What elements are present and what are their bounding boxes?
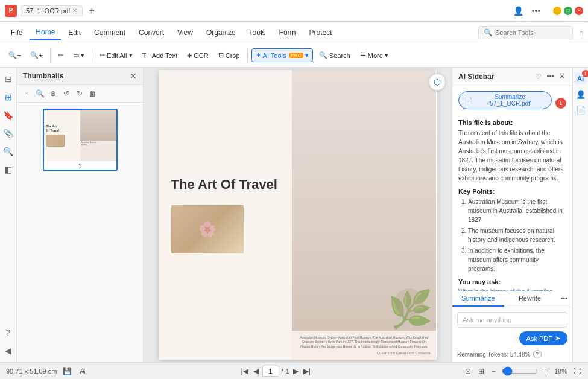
file-about-title: This file is about:: [458, 119, 566, 126]
page-number-input[interactable]: [262, 366, 279, 377]
key-points-list: Australian Museum is the first museum in…: [458, 197, 566, 273]
summarize-file-button-2[interactable]: 📄 Summarize '57_1_OCR.pdf': [458, 91, 552, 109]
token-help-icon[interactable]: ?: [533, 350, 542, 358]
select-dropdown-icon: ▾: [81, 51, 84, 59]
fit-page-icon[interactable]: ⊡: [464, 366, 472, 377]
fullscreen-icon[interactable]: ⛶: [572, 366, 582, 377]
select-icon: ▭: [73, 51, 79, 59]
ai-more-icon[interactable]: •••: [545, 71, 555, 82]
rail-layers-icon[interactable]: ◧: [2, 163, 15, 176]
zoom-slider[interactable]: [502, 366, 538, 376]
zoom-out-bottom-icon[interactable]: −: [490, 366, 497, 377]
rail-bookmark-icon[interactable]: 🔖: [2, 109, 15, 122]
doc-icon: 📄: [465, 97, 472, 104]
page-next-icon[interactable]: ▶: [292, 366, 300, 377]
pdf-viewer[interactable]: The Art Of Travel 🌸 🌿 Australian Museum,…: [144, 68, 452, 362]
pdf-image: 🌸: [171, 205, 244, 253]
page-floating-button[interactable]: ⬡: [429, 74, 446, 91]
zoom-in-button[interactable]: 🔍+: [27, 49, 46, 62]
key-point-3: In addition to exhibitions, the museum o…: [468, 246, 566, 273]
menu-view[interactable]: View: [171, 26, 199, 39]
page-navigation: |◀ ◀ / 1 ▶ ▶|: [239, 366, 311, 377]
ai-favorite-icon[interactable]: ♡: [534, 71, 543, 82]
menu-dots-icon[interactable]: •••: [528, 4, 545, 18]
ai-icon: ✦: [256, 51, 261, 59]
search-tools-input[interactable]: [495, 29, 567, 36]
rail-collapse-icon[interactable]: ◀: [2, 344, 15, 357]
pdf-title: The Art Of Travel: [171, 176, 277, 194]
minimize-button[interactable]: —: [553, 7, 561, 15]
menu-comment[interactable]: Comment: [88, 26, 131, 39]
crop-button[interactable]: ⊡ Crop: [215, 49, 244, 62]
right-icon-ai[interactable]: AI 1: [575, 72, 587, 84]
page-last-icon[interactable]: ▶|: [302, 366, 312, 377]
rail-attachment-icon[interactable]: 📎: [2, 127, 15, 140]
add-tab-button[interactable]: +: [86, 5, 96, 16]
ai-close-icon[interactable]: ✕: [558, 71, 566, 82]
page-first-icon[interactable]: |◀: [239, 366, 249, 377]
page-prev-icon[interactable]: ◀: [252, 366, 260, 377]
page-total: 1: [286, 368, 289, 375]
view-mode-icon[interactable]: ⊞: [477, 366, 485, 377]
ai-tools-button[interactable]: ✦ AI Tools PRO ▾: [251, 48, 313, 62]
thumb-delete-icon[interactable]: 🗑: [87, 88, 99, 100]
right-icon-strip: AI 1 👤 📄: [572, 68, 588, 362]
tab-rewrite[interactable]: Rewrite: [504, 291, 556, 307]
more-dropdown-icon: ▾: [385, 51, 388, 59]
rail-home-icon[interactable]: ⊟: [2, 72, 15, 86]
menu-protect[interactable]: Protect: [303, 26, 338, 39]
thumb-zoom-in-icon[interactable]: ⊕: [47, 88, 59, 100]
pdf-left-panel: The Art Of Travel 🌸: [159, 70, 292, 360]
rail-thumbnail-icon[interactable]: ⊞: [2, 91, 15, 104]
thumb-rotate-left-icon[interactable]: ↺: [60, 88, 72, 100]
close-tab-icon[interactable]: ✕: [72, 7, 77, 14]
ai-chat-area: Ask me anything Ask PDF ➤: [452, 307, 572, 350]
maximize-button[interactable]: □: [564, 7, 572, 15]
menu-edit[interactable]: Edit: [62, 26, 87, 39]
zoom-in-bottom-icon[interactable]: +: [543, 366, 549, 377]
menu-form[interactable]: Form: [273, 26, 302, 39]
search-button[interactable]: 🔍 Search: [315, 49, 354, 62]
ocr-icon: ◈: [187, 51, 192, 59]
thumbnail-panel-title: Thumbnails: [23, 72, 130, 80]
menu-tools[interactable]: Tools: [243, 26, 272, 39]
thumbnail-panel: Thumbnails ✕ ≡ 🔍 ⊕ ↺ ↻ 🗑 The ArtOf Trave…: [17, 68, 144, 362]
thumbnail-item[interactable]: The ArtOf Travel Australian MuseumSydney…: [43, 109, 118, 171]
highlight-button[interactable]: ✏: [54, 49, 67, 62]
thumb-search-icon[interactable]: 🔍: [34, 88, 46, 100]
menu-convert[interactable]: Convert: [133, 26, 170, 39]
key-point-1: Australian Museum is the first museum in…: [468, 197, 566, 225]
add-text-button[interactable]: T+ Add Text: [139, 49, 182, 62]
page-dimensions: 90.71 x 51.09 cm: [6, 368, 57, 375]
zoom-in-icon: 🔍+: [30, 51, 42, 59]
save-icon[interactable]: 💾: [62, 366, 73, 377]
menu-organize[interactable]: Organize: [200, 26, 242, 39]
thumbnail-close-button[interactable]: ✕: [130, 71, 137, 81]
thumb-menu-icon[interactable]: ≡: [21, 88, 33, 100]
edit-all-button[interactable]: ✏ Edit All ▾: [96, 49, 136, 62]
thumbnail-header: Thumbnails ✕: [17, 68, 143, 85]
menu-file[interactable]: File: [5, 26, 28, 39]
select-button[interactable]: ▭ ▾: [69, 49, 88, 62]
menu-bar: File Home Edit Comment Convert View Orga…: [0, 22, 588, 43]
ask-pdf-button[interactable]: Ask PDF ➤: [519, 331, 567, 345]
share-icon[interactable]: ↑: [579, 28, 583, 37]
right-icon-doc[interactable]: 📄: [575, 104, 587, 116]
tab-more-icon[interactable]: •••: [555, 291, 572, 307]
thumbnail-page-number: 1: [44, 163, 116, 170]
print-icon[interactable]: 🖨: [78, 366, 87, 377]
ocr-button[interactable]: ◈ OCR: [183, 49, 212, 62]
close-button[interactable]: ✕: [575, 7, 583, 15]
more-button[interactable]: ☰ More ▾: [356, 49, 392, 62]
thumb-rotate-right-icon[interactable]: ↻: [74, 88, 86, 100]
menu-home[interactable]: Home: [30, 25, 61, 40]
avatar-icon[interactable]: 👤: [510, 4, 526, 18]
rail-help-icon[interactable]: ?: [2, 326, 15, 339]
ask-anything-input[interactable]: Ask me anything: [457, 312, 567, 328]
right-icon-person[interactable]: 👤: [575, 88, 587, 100]
zoom-out-button[interactable]: 🔍−: [5, 49, 24, 62]
tab-summarize[interactable]: Summarize: [452, 291, 504, 307]
rail-search-icon[interactable]: 🔍: [2, 145, 15, 158]
search-tools-box[interactable]: 🔍: [478, 26, 573, 39]
document-tab[interactable]: 57_1_OCR.pdf ✕: [21, 5, 83, 16]
